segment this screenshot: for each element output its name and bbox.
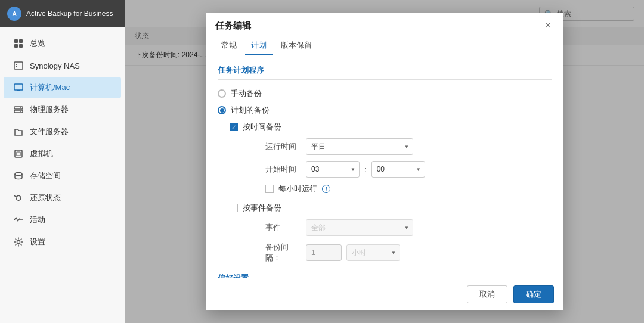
svg-rect-8	[17, 90, 20, 91]
sidebar-item-synology-nas[interactable]: Synology NAS	[4, 55, 121, 76]
dialog-body: 任务计划程序 手动备份 计划的备份 按时间备份	[206, 55, 564, 278]
event-select-wrapper[interactable]: 全部 开机 关机	[306, 219, 413, 236]
interval-unit-wrapper[interactable]: 小时 分钟	[346, 244, 400, 261]
restore-icon	[13, 192, 24, 203]
run-time-label: 运行时间	[265, 141, 301, 152]
main-content: 🔍 状态 下次备份时间: 2024-... 任务编辑 × 常规 计划 版本保留	[125, 0, 644, 323]
sidebar-item-physical-server[interactable]: 物理服务器	[4, 99, 121, 120]
sidebar-item-overview[interactable]: 总览	[4, 33, 121, 54]
scheduled-backup-label: 计划的备份	[231, 105, 270, 116]
svg-rect-13	[15, 150, 22, 157]
sidebar-item-activity[interactable]: 活动	[4, 209, 121, 231]
event-backup-label: 按事件备份	[243, 203, 281, 213]
time-backup-row: 按时间备份	[218, 122, 552, 132]
tab-schedule[interactable]: 计划	[245, 36, 273, 55]
start-min-wrapper[interactable]: 000510 1520	[371, 161, 425, 178]
sidebar-item-label-synology-nas: Synology NAS	[30, 61, 80, 70]
dialog-overlay: 任务编辑 × 常规 计划 版本保留 任务计划程序 手动备份	[125, 0, 644, 323]
file-server-icon	[13, 126, 24, 137]
svg-point-16	[17, 241, 20, 244]
time-backup-label: 按时间备份	[243, 122, 281, 132]
scheduled-backup-row: 计划的备份	[218, 105, 552, 116]
start-time-row: 开始时间 000102 0304 : 000510 1520	[218, 161, 552, 178]
sidebar-item-storage[interactable]: 存储空间	[4, 165, 121, 187]
sidebar-item-restore[interactable]: 还原状态	[4, 187, 121, 209]
dialog-tabs: 常规 计划 版本保留	[206, 32, 564, 55]
sidebar-item-label-activity: 活动	[30, 215, 45, 225]
sidebar-item-label-physical-server: 物理服务器	[30, 104, 69, 115]
sidebar-item-label-computer-mac: 计算机/Mac	[30, 82, 70, 93]
start-hour-select[interactable]: 000102 0304	[306, 161, 360, 178]
svg-rect-7	[14, 84, 23, 90]
sidebar-item-label-file-server: 文件服务器	[30, 126, 69, 137]
preferences-section: 偏好设置 仅在指定的时间范围内运行备份任务 i	[218, 273, 552, 278]
app-title: Active Backup for Business	[26, 10, 113, 18]
time-backup-checkbox[interactable]	[230, 123, 238, 131]
svg-rect-6	[16, 66, 17, 67]
hourly-info-icon[interactable]: i	[322, 185, 330, 193]
cancel-button[interactable]: 取消	[467, 285, 507, 303]
sidebar-item-label-overview: 总览	[30, 38, 45, 49]
sidebar: A Active Backup for Business 总览 Synology…	[0, 0, 125, 323]
sidebar-item-label-settings: 设置	[30, 237, 45, 247]
run-time-select[interactable]: 平日 每天 周末 自定义	[306, 138, 413, 155]
svg-point-11	[20, 107, 21, 108]
overview-icon	[13, 38, 24, 49]
dialog-footer: 取消 确定	[206, 278, 564, 310]
manual-backup-radio[interactable]	[218, 89, 226, 98]
tab-version[interactable]: 版本保留	[275, 36, 318, 55]
event-label: 事件	[265, 222, 301, 233]
time-colon: :	[364, 165, 367, 174]
sidebar-item-settings[interactable]: 设置	[4, 231, 121, 253]
svg-point-12	[20, 111, 21, 112]
sidebar-header: A Active Backup for Business	[0, 0, 125, 27]
svg-rect-0	[14, 39, 18, 43]
storage-icon	[13, 170, 24, 181]
start-hour-wrapper[interactable]: 000102 0304	[306, 161, 360, 178]
event-backup-row: 按事件备份	[218, 203, 552, 213]
svg-rect-4	[14, 62, 23, 69]
hourly-checkbox[interactable]	[265, 185, 274, 193]
run-time-row: 运行时间 平日 每天 周末 自定义	[218, 138, 552, 155]
sidebar-item-virtual-machine[interactable]: 虚拟机	[4, 143, 121, 164]
hourly-label: 每小时运行	[278, 184, 317, 194]
schedule-section-title: 任务计划程序	[218, 65, 552, 80]
app-logo: A	[7, 7, 21, 21]
sidebar-item-computer-mac[interactable]: 计算机/Mac	[4, 77, 121, 98]
settings-icon	[13, 237, 24, 247]
activity-icon	[13, 215, 24, 225]
manual-backup-label: 手动备份	[231, 88, 262, 99]
close-button[interactable]: ×	[542, 20, 554, 32]
run-time-select-wrapper[interactable]: 平日 每天 周末 自定义	[306, 138, 413, 155]
tab-general[interactable]: 常规	[215, 36, 243, 55]
event-row: 事件 全部 开机 关机	[218, 219, 552, 236]
sidebar-item-file-server[interactable]: 文件服务器	[4, 121, 121, 142]
confirm-button[interactable]: 确定	[513, 285, 554, 303]
interval-input[interactable]	[306, 244, 342, 261]
event-select[interactable]: 全部 开机 关机	[306, 219, 413, 236]
sidebar-item-label-restore: 还原状态	[30, 192, 61, 203]
interval-unit-select[interactable]: 小时 分钟	[346, 244, 400, 261]
manual-backup-row: 手动备份	[218, 88, 552, 99]
svg-point-15	[15, 173, 22, 176]
start-min-select[interactable]: 000510 1520	[371, 161, 425, 178]
virtual-machine-icon	[13, 148, 24, 159]
scheduled-backup-radio[interactable]	[218, 106, 226, 114]
dialog-title: 任务编辑	[215, 20, 251, 32]
interval-row: 备份间隔： 小时 分钟	[218, 242, 552, 263]
physical-server-icon	[13, 104, 24, 115]
event-backup-checkbox[interactable]	[230, 204, 238, 212]
synology-nas-icon	[13, 60, 24, 71]
dialog-header: 任务编辑 ×	[206, 13, 564, 32]
svg-rect-3	[19, 44, 23, 48]
sidebar-nav: 总览 Synology NAS 计算机/Mac 物理服务器 文件服务器 虚拟机 …	[0, 27, 125, 323]
svg-rect-2	[14, 44, 18, 48]
task-edit-dialog: 任务编辑 × 常规 计划 版本保留 任务计划程序 手动备份	[206, 13, 564, 310]
start-time-label: 开始时间	[265, 164, 301, 175]
computer-mac-icon	[13, 82, 24, 93]
svg-rect-14	[17, 152, 20, 156]
svg-rect-5	[16, 64, 17, 65]
hourly-row: 每小时运行 i	[218, 184, 552, 194]
sidebar-item-label-storage: 存储空间	[30, 170, 61, 181]
svg-rect-1	[19, 39, 23, 43]
